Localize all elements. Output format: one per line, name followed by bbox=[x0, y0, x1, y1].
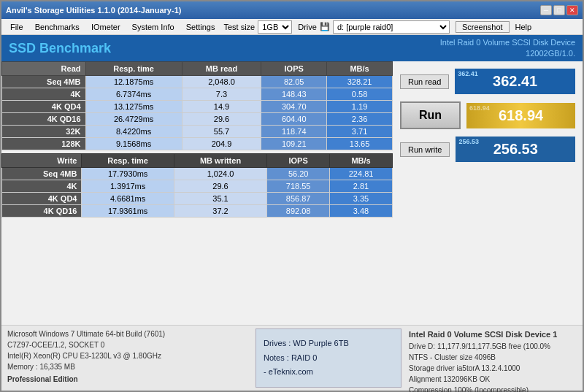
help-menu[interactable]: Help bbox=[510, 21, 538, 33]
main-content: Read Resp. time MB read IOPS MB/s Seq 4M… bbox=[1, 61, 583, 325]
row-label: 4K QD4 bbox=[2, 101, 86, 113]
table-row: 4K QD4 4.6681ms 35.1 856.87 3.35 bbox=[2, 193, 393, 205]
read-table: Read Resp. time MB read IOPS MB/s Seq 4M… bbox=[1, 61, 393, 150]
sys-line-3: Intel(R) Xeon(R) CPU E3-1230L v3 @ 1.80G… bbox=[7, 350, 248, 361]
row-mbs: 224.81 bbox=[330, 168, 393, 180]
table-row: Seq 4MB 12.1875ms 2,048.0 82.05 328.21 bbox=[2, 76, 393, 88]
row-mb: 204.9 bbox=[182, 138, 261, 150]
settings-menu[interactable]: Settings bbox=[180, 21, 221, 33]
table-row: 4K 6.7374ms 7.3 148.43 0.58 bbox=[2, 88, 393, 101]
device-detail-info: Intel Raid 0 Volume SCSI Disk Device 1 D… bbox=[402, 328, 577, 388]
iometer-menu[interactable]: IOmeter bbox=[85, 21, 126, 33]
run-total-group: Run 618.94 618.94 bbox=[400, 101, 575, 129]
row-resp: 17.7930ms bbox=[82, 168, 174, 180]
run-button[interactable]: Run bbox=[400, 101, 461, 129]
title-bar: Anvil's Storage Utilities 1.1.0 (2014-Ja… bbox=[1, 1, 583, 19]
row-mbs: 1.19 bbox=[327, 101, 393, 113]
run-write-group: Run write 256.53 256.53 bbox=[400, 137, 575, 162]
device-line2: 12002GB/1.0. bbox=[440, 48, 575, 59]
row-mbs: 328.21 bbox=[327, 76, 393, 88]
system-info-menu[interactable]: System Info bbox=[126, 21, 180, 33]
row-iops: 82.05 bbox=[261, 76, 327, 88]
row-label: Seq 4MB bbox=[2, 76, 86, 88]
row-iops: 304.70 bbox=[261, 101, 327, 113]
row-mb: 55.7 bbox=[182, 126, 261, 138]
row-label: 128K bbox=[2, 138, 86, 150]
device-detail-line3: NTFS - Cluster size 4096B bbox=[409, 352, 577, 363]
device-detail-line1: Intel Raid 0 Volume SCSI Disk Device 1 bbox=[409, 328, 577, 341]
sys-line-1: Microsoft Windows 7 Ultimate 64-bit Buil… bbox=[7, 328, 248, 339]
row-resp: 9.1568ms bbox=[85, 138, 182, 150]
col-iops: IOPS bbox=[261, 62, 327, 76]
ssd-benchmark-title: SSD Benchmark bbox=[9, 41, 111, 56]
table-row: 4K QD4 13.1275ms 14.9 304.70 1.19 bbox=[2, 101, 393, 113]
right-panel: Run read 362.41 362.41 Run 618.94 618.94… bbox=[393, 61, 583, 325]
device-info: Intel Raid 0 Volume SCSI Disk Device 120… bbox=[440, 37, 575, 60]
test-size-group: Test size 1GB 4GB 8GB bbox=[223, 20, 292, 34]
row-resp: 12.1875ms bbox=[85, 76, 182, 88]
device-detail-line2: Drive D: 11,177.9/11,177.5GB free (100.0… bbox=[409, 341, 577, 352]
benchmarks-menu[interactable]: Benchmarks bbox=[29, 21, 85, 33]
row-resp: 17.9361ms bbox=[82, 205, 174, 218]
col-iops-w: IOPS bbox=[267, 154, 330, 168]
drive-select[interactable]: d: [purple raid0] bbox=[333, 20, 450, 34]
col-mbs-w: MB/s bbox=[330, 154, 393, 168]
test-size-label: Test size bbox=[223, 23, 255, 31]
drive-icon: 💾 bbox=[320, 22, 330, 31]
run-read-group: Run read 362.41 362.41 bbox=[400, 69, 575, 94]
row-label: 4K bbox=[2, 88, 86, 101]
row-iops: 892.08 bbox=[267, 205, 330, 218]
row-iops: 856.87 bbox=[267, 193, 330, 205]
col-write: Write bbox=[2, 154, 82, 168]
row-iops: 118.74 bbox=[261, 126, 327, 138]
row-mb: 2,048.0 bbox=[182, 76, 261, 88]
row-label: 32K bbox=[2, 126, 86, 138]
row-mb: 37.2 bbox=[174, 205, 266, 218]
write-score-box: 256.53 256.53 bbox=[456, 137, 575, 162]
minimize-button[interactable]: ─ bbox=[540, 5, 552, 15]
row-label: 4K QD16 bbox=[2, 205, 82, 218]
row-label: 4K QD4 bbox=[2, 193, 82, 205]
window-controls: ─ □ ✕ bbox=[540, 5, 578, 15]
row-resp: 6.7374ms bbox=[85, 88, 182, 101]
maximize-button[interactable]: □ bbox=[553, 5, 565, 15]
run-write-button[interactable]: Run write bbox=[400, 142, 450, 157]
row-label: 4K QD16 bbox=[2, 113, 86, 126]
row-iops: 148.43 bbox=[261, 88, 327, 101]
sys-line-4: Memory : 16,335 MB bbox=[7, 361, 248, 372]
row-mb: 1,024.0 bbox=[174, 168, 266, 180]
col-resp-time-w: Resp. time bbox=[82, 154, 174, 168]
table-row: 4K QD16 17.9361ms 37.2 892.08 3.48 bbox=[2, 205, 393, 218]
row-mbs: 13.65 bbox=[327, 138, 393, 150]
row-resp: 4.6681ms bbox=[82, 193, 174, 205]
row-mbs: 3.48 bbox=[330, 205, 393, 218]
device-line1: Intel Raid 0 Volume SCSI Disk Device bbox=[440, 37, 575, 48]
drives-line3: - eTeknix.com bbox=[264, 365, 393, 380]
header-bar: SSD Benchmark Intel Raid 0 Volume SCSI D… bbox=[1, 35, 583, 61]
bottom-bar: Microsoft Windows 7 Ultimate 64-bit Buil… bbox=[1, 325, 583, 391]
close-button[interactable]: ✕ bbox=[566, 5, 578, 15]
run-read-button[interactable]: Run read bbox=[400, 74, 449, 89]
device-detail-line5: Alignment 132096KB OK bbox=[409, 374, 577, 385]
screenshot-button[interactable]: Screenshot bbox=[456, 21, 510, 33]
row-iops: 109.21 bbox=[261, 138, 327, 150]
drives-line1: Drives : WD Purple 6TB bbox=[264, 337, 393, 351]
col-mb-written: MB written bbox=[174, 154, 266, 168]
row-mbs: 0.58 bbox=[327, 88, 393, 101]
test-size-select[interactable]: 1GB 4GB 8GB bbox=[258, 20, 292, 34]
read-header-row: Read Resp. time MB read IOPS MB/s bbox=[2, 62, 393, 76]
row-mb: 29.6 bbox=[182, 113, 261, 126]
row-iops: 604.40 bbox=[261, 113, 327, 126]
file-menu[interactable]: File bbox=[4, 21, 29, 33]
window-title: Anvil's Storage Utilities 1.1.0 (2014-Ja… bbox=[6, 6, 181, 15]
professional-edition-label: Professional Edition bbox=[7, 374, 248, 385]
drives-line2: Notes : RAID 0 bbox=[264, 351, 393, 366]
col-mb-read: MB read bbox=[182, 62, 261, 76]
row-mbs: 2.36 bbox=[327, 113, 393, 126]
device-detail-line6: Compression 100% (Incompressible) bbox=[409, 385, 577, 393]
table-row: 4K 1.3917ms 29.6 718.55 2.81 bbox=[2, 180, 393, 193]
write-header-row: Write Resp. time MB written IOPS MB/s bbox=[2, 154, 393, 168]
row-resp: 8.4220ms bbox=[85, 126, 182, 138]
read-score-sublabel: 362.41 bbox=[458, 70, 478, 77]
row-resp: 13.1275ms bbox=[85, 101, 182, 113]
